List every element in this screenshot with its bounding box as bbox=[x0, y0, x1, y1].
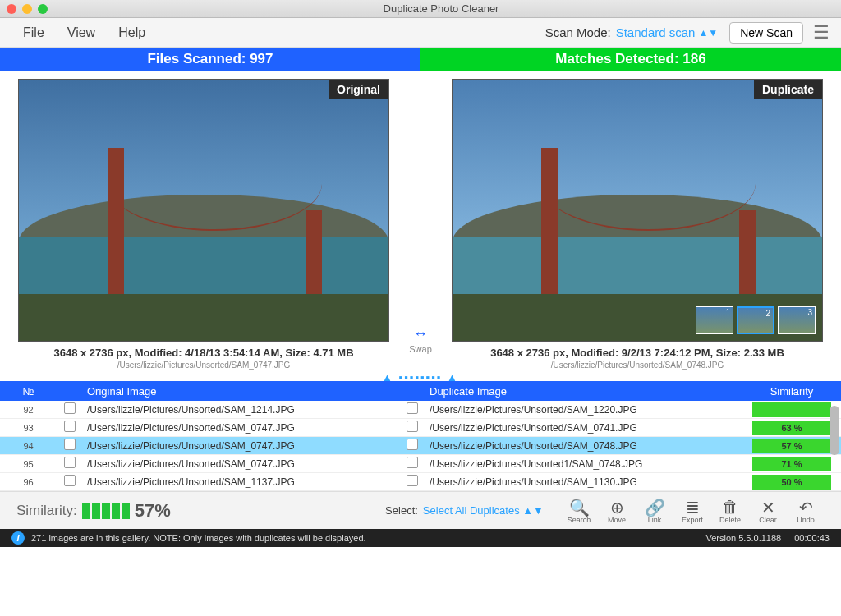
dup-path: /Users/lizzie/Pictures/Unsorted/SAM_0748… bbox=[423, 440, 742, 452]
files-scanned: Files Scanned: 997 bbox=[0, 48, 420, 71]
orig-checkbox[interactable] bbox=[64, 421, 76, 432]
new-scan-button[interactable]: New Scan bbox=[729, 22, 803, 44]
window-title: Duplicate Photo Cleaner bbox=[48, 2, 834, 15]
dup-path: /Users/lizzie/Pictures/Unsorted/SAM_1130… bbox=[423, 476, 742, 488]
duplicate-path: /Users/lizzie/Pictures/Unsorted/SAM_0748… bbox=[452, 361, 823, 370]
move-icon: ⊕ bbox=[610, 498, 624, 516]
orig-checkbox[interactable] bbox=[64, 457, 76, 468]
dup-checkbox[interactable] bbox=[407, 457, 418, 468]
close-icon[interactable] bbox=[7, 4, 16, 14]
table-row[interactable]: 92/Users/lizzie/Pictures/Unsorted/SAM_12… bbox=[0, 401, 841, 419]
orig-path: /Users/lizzie/Pictures/Unsorted/SAM_0747… bbox=[80, 440, 400, 452]
row-num: 95 bbox=[0, 459, 57, 469]
stat-bar: Files Scanned: 997 Matches Detected: 186 bbox=[0, 48, 841, 71]
tool-delete[interactable]: 🗑Delete bbox=[711, 498, 749, 524]
orig-path: /Users/lizzie/Pictures/Unsorted/SAM_0747… bbox=[80, 422, 400, 434]
menu-file[interactable]: File bbox=[11, 22, 56, 44]
splitter[interactable]: ▲ ▪▪▪▪▪▪▪▪ ▲ bbox=[0, 373, 841, 381]
duplicate-meta: 3648 x 2736 px, Modified: 9/2/13 7:24:12… bbox=[452, 347, 823, 359]
results-table: № Original Image Duplicate Image Similar… bbox=[0, 381, 841, 491]
menu-view[interactable]: View bbox=[56, 22, 107, 44]
table-header: № Original Image Duplicate Image Similar… bbox=[0, 381, 841, 401]
search-icon: 🔍 bbox=[569, 498, 590, 516]
swap-control[interactable]: ↔ Swap bbox=[404, 325, 437, 354]
original-meta: 3648 x 2736 px, Modified: 4/18/13 3:54:1… bbox=[18, 347, 389, 359]
zoom-icon[interactable] bbox=[38, 4, 48, 14]
row-num: 93 bbox=[0, 423, 57, 433]
orig-checkbox[interactable] bbox=[64, 439, 76, 450]
previews-pane: Original 3648 x 2736 px, Modified: 4/18/… bbox=[0, 71, 841, 373]
row-num: 94 bbox=[0, 441, 57, 451]
dup-checkbox[interactable] bbox=[407, 421, 418, 432]
table-row[interactable]: 96/Users/lizzie/Pictures/Unsorted/SAM_11… bbox=[0, 473, 841, 491]
elapsed-time: 00:00:43 bbox=[794, 533, 830, 543]
thumb-2[interactable]: 2 bbox=[737, 306, 774, 334]
orig-path: /Users/lizzie/Pictures/Unsorted/SAM_1214… bbox=[80, 404, 400, 416]
table-row[interactable]: 93/Users/lizzie/Pictures/Unsorted/SAM_07… bbox=[0, 419, 841, 437]
similarity-bar: 57 % bbox=[752, 439, 831, 453]
select-label: Select: bbox=[385, 504, 418, 517]
matches-detected: Matches Detected: 186 bbox=[420, 48, 841, 71]
tool-export[interactable]: ≣Export bbox=[673, 498, 711, 524]
status-bar: i 271 images are in this gallery. NOTE: … bbox=[0, 529, 841, 547]
scan-mode-label: Scan Mode: bbox=[545, 25, 611, 39]
info-icon: i bbox=[11, 531, 25, 545]
col-num[interactable]: № bbox=[0, 385, 57, 398]
orig-checkbox[interactable] bbox=[64, 475, 76, 486]
select-dropdown[interactable]: Select All Duplicates ▲▼ bbox=[423, 504, 544, 517]
orig-path: /Users/lizzie/Pictures/Unsorted/SAM_0747… bbox=[80, 458, 400, 470]
col-similarity[interactable]: Similarity bbox=[742, 385, 841, 398]
delete-icon: 🗑 bbox=[722, 498, 738, 516]
table-row[interactable]: 94/Users/lizzie/Pictures/Unsorted/SAM_07… bbox=[0, 437, 841, 455]
tool-undo[interactable]: ↶Undo bbox=[787, 498, 825, 524]
link-icon: 🔗 bbox=[645, 498, 665, 516]
duplicate-preview: Duplicate 1 2 3 3648 x 2736 px, Modified… bbox=[452, 79, 823, 370]
titlebar: Duplicate Photo Cleaner bbox=[0, 0, 841, 18]
undo-icon: ↶ bbox=[799, 498, 813, 516]
thumb-3[interactable]: 3 bbox=[778, 306, 816, 334]
tool-link[interactable]: 🔗Link bbox=[636, 498, 673, 524]
tool-move[interactable]: ⊕Move bbox=[598, 498, 636, 524]
row-num: 96 bbox=[0, 477, 57, 487]
similarity-bar: 71 % bbox=[752, 457, 831, 471]
updown-icon[interactable]: ▲▼ bbox=[698, 27, 718, 39]
dup-path: /Users/lizzie/Pictures/Unsorted/SAM_1220… bbox=[423, 404, 742, 416]
scan-mode-value[interactable]: Standard scan bbox=[616, 25, 696, 39]
dup-checkbox[interactable] bbox=[407, 439, 418, 450]
menubar: File View Help Scan Mode: Standard scan … bbox=[0, 18, 841, 48]
orig-path: /Users/lizzie/Pictures/Unsorted/SAM_1137… bbox=[80, 476, 400, 488]
tool-search[interactable]: 🔍Search bbox=[560, 498, 598, 524]
dup-checkbox[interactable] bbox=[407, 402, 418, 414]
similarity-bar: 50 % bbox=[752, 475, 831, 490]
orig-checkbox[interactable] bbox=[64, 402, 76, 414]
duplicate-image[interactable]: Duplicate 1 2 3 bbox=[452, 79, 823, 342]
col-original[interactable]: Original Image bbox=[80, 385, 400, 398]
tool-clear[interactable]: ✕Clear bbox=[749, 498, 787, 524]
bottom-bar: Similarity: 57% Select: Select All Dupli… bbox=[0, 491, 841, 529]
version-label: Version 5.5.0.1188 bbox=[705, 533, 781, 543]
dup-checkbox[interactable] bbox=[407, 475, 418, 486]
status-message: 271 images are in this gallery. NOTE: On… bbox=[31, 533, 366, 543]
table-row[interactable]: 95/Users/lizzie/Pictures/Unsorted/SAM_07… bbox=[0, 455, 841, 473]
menu-help[interactable]: Help bbox=[107, 22, 157, 44]
similarity-bar: 63 % bbox=[752, 421, 831, 435]
similarity-label: Similarity: bbox=[16, 503, 77, 519]
clear-icon: ✕ bbox=[761, 498, 775, 516]
col-duplicate[interactable]: Duplicate Image bbox=[423, 385, 742, 398]
thumb-1[interactable]: 1 bbox=[696, 306, 733, 334]
original-badge: Original bbox=[329, 80, 388, 99]
similarity-value: 57% bbox=[135, 500, 171, 522]
duplicate-thumbs: 1 2 3 bbox=[696, 306, 816, 334]
original-image[interactable]: Original bbox=[18, 79, 389, 342]
row-num: 92 bbox=[0, 405, 57, 415]
scrollbar[interactable] bbox=[830, 406, 839, 455]
export-icon: ≣ bbox=[686, 498, 700, 516]
dup-path: /Users/lizzie/Pictures/Unsorted/SAM_0741… bbox=[423, 422, 742, 434]
hamburger-icon[interactable]: ☰ bbox=[813, 22, 830, 44]
similarity-bar bbox=[752, 402, 831, 417]
minimize-icon[interactable] bbox=[22, 4, 32, 14]
dup-path: /Users/lizzie/Pictures/Unsorted1/SAM_074… bbox=[423, 458, 742, 470]
window-controls bbox=[7, 4, 48, 14]
original-path: /Users/lizzie/Pictures/Unsorted/SAM_0747… bbox=[18, 361, 389, 370]
duplicate-badge: Duplicate bbox=[754, 80, 822, 99]
